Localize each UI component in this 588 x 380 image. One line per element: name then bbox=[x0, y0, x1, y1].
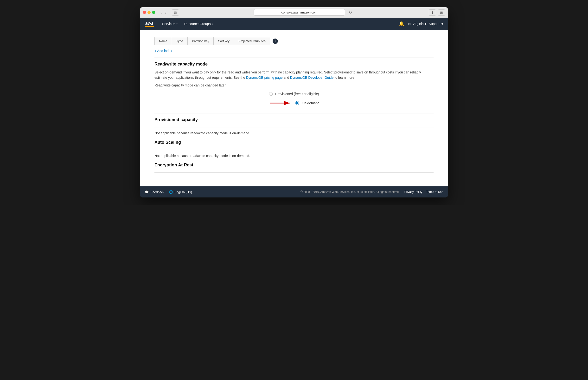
url-container: 🔒 console.aws.amazon.com bbox=[254, 9, 345, 16]
sidebar-toggle-button[interactable]: ⊡ bbox=[172, 9, 179, 16]
capacity-mode-note: Read/write capacity mode can be changed … bbox=[155, 83, 433, 87]
refresh-button[interactable]: ↻ bbox=[347, 9, 354, 16]
provisioned-capacity-divider bbox=[155, 113, 433, 114]
resource-groups-chevron-icon: ▾ bbox=[212, 23, 213, 25]
traffic-lights bbox=[143, 11, 155, 14]
minimize-button[interactable] bbox=[147, 11, 151, 14]
info-icon-label: i bbox=[275, 39, 276, 43]
table-header-sort-key: Sort key bbox=[214, 37, 234, 45]
table-header-type: Type bbox=[172, 37, 188, 45]
encryption-title: Encryption At Rest bbox=[155, 163, 433, 168]
rw-capacity-title: Read/write capacity mode bbox=[155, 62, 433, 67]
url-field[interactable]: console.aws.amazon.com bbox=[254, 9, 345, 16]
region-chevron-icon: ▾ bbox=[425, 22, 426, 26]
nav-right: 🔔 N. Virginia ▾ Support ▾ bbox=[397, 21, 443, 26]
terms-of-use-link[interactable]: Terms of Use bbox=[426, 190, 443, 194]
maximize-button[interactable] bbox=[152, 11, 155, 14]
provisioned-radio-option[interactable]: Provisioned (free-tier eligible) bbox=[269, 92, 319, 96]
bell-icon[interactable]: 🔔 bbox=[397, 21, 406, 26]
ondemand-radio-label: On-demand bbox=[302, 101, 320, 105]
support-label: Support bbox=[429, 22, 441, 26]
titlebar-right: ⬆ ⊞ bbox=[429, 9, 445, 16]
address-bar: 🔒 console.aws.amazon.com ↻ bbox=[181, 9, 427, 16]
content-area: Name Type Partition key Sort key Project… bbox=[140, 30, 448, 186]
privacy-policy-link[interactable]: Privacy Policy bbox=[404, 190, 423, 194]
ondemand-radio-input[interactable] bbox=[295, 101, 299, 105]
close-button[interactable] bbox=[143, 11, 146, 14]
support-chevron-icon: ▾ bbox=[442, 22, 443, 26]
nav-region[interactable]: N. Virginia ▾ bbox=[408, 22, 426, 26]
nav-arrows: ‹ › bbox=[159, 10, 168, 15]
feedback-label: Feedback bbox=[151, 190, 164, 194]
nav-support[interactable]: Support ▾ bbox=[429, 22, 443, 26]
index-table-header: Name Type Partition key Sort key Project… bbox=[155, 35, 433, 45]
aws-footer: 💬 Feedback 🌐 English (US) © 2008 - 2019,… bbox=[140, 186, 448, 197]
language-label: English (US) bbox=[174, 190, 192, 194]
services-chevron-icon: ▾ bbox=[176, 23, 178, 25]
browser-window: ‹ › ⊡ 🔒 console.aws.amazon.com ↻ ⬆ ⊞ aws… bbox=[140, 7, 448, 197]
dynamodb-developer-guide-link[interactable]: DynamoDB Developer Guide bbox=[290, 76, 334, 79]
nav-resource-groups[interactable]: Resource Groups ▾ bbox=[181, 18, 216, 30]
table-header-projected-attributes: Projected Attributes bbox=[234, 37, 270, 45]
table-header-partition-key: Partition key bbox=[188, 37, 214, 45]
globe-icon: 🌐 bbox=[169, 190, 173, 194]
nav-services[interactable]: Services ▾ bbox=[159, 18, 181, 30]
footer-language[interactable]: 🌐 English (US) bbox=[169, 190, 192, 194]
footer-feedback[interactable]: 💬 Feedback bbox=[145, 190, 164, 194]
provisioned-not-applicable: Not applicable because read/write capaci… bbox=[155, 131, 433, 135]
titlebar: ‹ › ⊡ 🔒 console.aws.amazon.com ↻ ⬆ ⊞ bbox=[140, 7, 448, 18]
footer-copyright: © 2008 - 2019, Amazon Web Services, Inc.… bbox=[301, 190, 399, 194]
back-button[interactable]: ‹ bbox=[159, 10, 163, 15]
provisioned-capacity-title: Provisioned capacity bbox=[155, 117, 433, 122]
footer-links: Privacy Policy Terms of Use bbox=[404, 190, 443, 194]
nav-services-label: Services bbox=[162, 22, 175, 26]
rw-capacity-divider bbox=[155, 57, 433, 58]
ondemand-radio-option[interactable]: On-demand bbox=[295, 101, 320, 105]
encryption-divider bbox=[155, 172, 433, 173]
provisioned-capacity-section: Provisioned capacity Not applicable beca… bbox=[155, 117, 433, 135]
info-icon[interactable]: i bbox=[273, 38, 278, 44]
forward-button[interactable]: › bbox=[164, 10, 168, 15]
auto-scaling-not-applicable: Not applicable because read/write capaci… bbox=[155, 154, 433, 158]
share-button[interactable]: ⬆ bbox=[429, 9, 436, 16]
provisioned-radio-label: Provisioned (free-tier eligible) bbox=[275, 92, 319, 96]
nav-resource-groups-label: Resource Groups bbox=[184, 22, 211, 26]
table-header-name: Name bbox=[155, 37, 172, 45]
new-tab-button[interactable]: ⊞ bbox=[438, 9, 445, 16]
feedback-bubble-icon: 💬 bbox=[145, 190, 149, 194]
rw-capacity-section: Read/write capacity mode Select on-deman… bbox=[155, 62, 433, 107]
provisioned-radio-input[interactable] bbox=[269, 92, 273, 96]
index-table-header-cells: Name Type Partition key Sort key Project… bbox=[155, 37, 270, 45]
auto-scaling-divider bbox=[155, 150, 433, 150]
add-index-link[interactable]: + Add index bbox=[155, 49, 172, 53]
dynamodb-pricing-link[interactable]: DynamoDB pricing page bbox=[246, 76, 283, 79]
aws-navbar: aws Services ▾ Resource Groups ▾ 🔔 N. Vi… bbox=[140, 18, 448, 30]
auto-scaling-title: Auto Scaling bbox=[155, 140, 433, 145]
aws-logo: aws bbox=[145, 21, 154, 27]
auto-scaling-section: Auto Scaling Not applicable because read… bbox=[155, 140, 433, 158]
red-arrow-annotation bbox=[268, 99, 293, 107]
aws-logo-text: aws bbox=[145, 21, 154, 25]
region-label: N. Virginia bbox=[408, 22, 424, 26]
aws-logo-underline bbox=[145, 26, 154, 27]
rw-capacity-description: Select on-demand if you want to pay only… bbox=[155, 70, 433, 80]
encryption-section: Encryption At Rest bbox=[155, 163, 433, 173]
provisioned-inner-divider bbox=[155, 127, 433, 127]
main-content: Name Type Partition key Sort key Project… bbox=[140, 30, 448, 186]
